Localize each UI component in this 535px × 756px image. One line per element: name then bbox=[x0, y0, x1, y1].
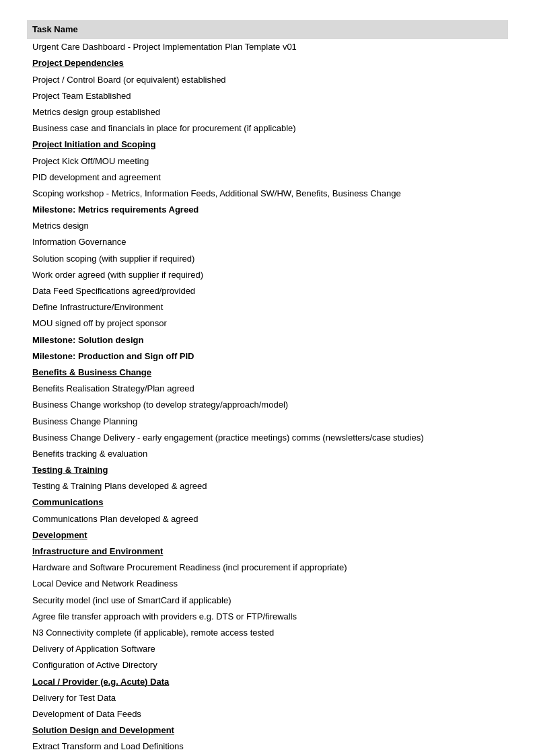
table-row: MOU signed off by project sponsor bbox=[27, 315, 508, 332]
table-row: Testing & Training bbox=[27, 462, 508, 478]
table-row: Local Device and Network Readiness bbox=[27, 576, 508, 592]
task-name-header: Task Name bbox=[27, 20, 508, 39]
task-name-cell: Urgent Care Dashboard - Project Implemen… bbox=[27, 39, 508, 55]
table-row: Communications Plan developed & agreed bbox=[27, 511, 508, 527]
task-name-cell: Communications Plan developed & agreed bbox=[27, 511, 508, 527]
task-name-cell: Project / Control Board (or equivalent) … bbox=[27, 72, 508, 88]
table-row: Metrics design bbox=[27, 218, 508, 234]
table-row: Benefits tracking & evaluation bbox=[27, 446, 508, 462]
table-row: Hardware and Software Procurement Readin… bbox=[27, 560, 508, 576]
table-row: Delivery of Application Software bbox=[27, 641, 508, 657]
task-name-cell: Project Initiation and Scoping bbox=[27, 137, 508, 153]
task-name-cell: PID development and agreement bbox=[27, 169, 508, 186]
table-row: Data Feed Specifications agreed/provided bbox=[27, 283, 508, 299]
task-name-cell: Milestone: Solution design bbox=[27, 332, 508, 348]
table-row: Project / Control Board (or equivalent) … bbox=[27, 72, 508, 88]
task-name-cell: Milestone: Production and Sign off PID bbox=[27, 348, 508, 365]
table-row: Solution Design and Development bbox=[27, 722, 508, 739]
task-name-cell: Local / Provider (e.g. Acute) Data bbox=[27, 674, 508, 690]
table-container: Task Name Urgent Care Dashboard - Projec… bbox=[0, 0, 535, 756]
task-name-cell: Configuration of Active Directory bbox=[27, 657, 508, 673]
task-name-cell: Benefits tracking & evaluation bbox=[27, 446, 508, 462]
task-name-cell: Local Device and Network Readiness bbox=[27, 576, 508, 592]
task-name-cell: Milestone: Metrics requirements Agreed bbox=[27, 202, 508, 218]
task-name-cell: Delivery of Application Software bbox=[27, 641, 508, 657]
table-row: PID development and agreement bbox=[27, 169, 508, 186]
task-name-cell: Agree file transfer approach with provid… bbox=[27, 609, 508, 625]
table-row: Benefits & Business Change bbox=[27, 365, 508, 381]
table-row: Business Change Delivery - early engagem… bbox=[27, 430, 508, 446]
task-name-cell: Development of Data Feeds bbox=[27, 706, 508, 722]
task-name-cell: Testing & Training Plans developed & agr… bbox=[27, 478, 508, 494]
task-name-cell: Business case and financials in place fo… bbox=[27, 120, 508, 137]
task-name-cell: Business Change workshop (to develop str… bbox=[27, 397, 508, 413]
task-name-cell: Information Governance bbox=[27, 234, 508, 250]
task-name-cell: Scoping workshop - Metrics, Information … bbox=[27, 186, 508, 202]
task-table: Task Name Urgent Care Dashboard - Projec… bbox=[27, 20, 508, 756]
table-row: Milestone: Solution design bbox=[27, 332, 508, 348]
table-row: Delivery for Test Data bbox=[27, 690, 508, 706]
table-row: Milestone: Metrics requirements Agreed bbox=[27, 202, 508, 218]
task-name-cell: Data Feed Specifications agreed/provided bbox=[27, 283, 508, 299]
task-name-cell: Infrastructure and Environment bbox=[27, 543, 508, 560]
table-row: Milestone: Production and Sign off PID bbox=[27, 348, 508, 365]
table-row: Configuration of Active Directory bbox=[27, 657, 508, 673]
table-row: Development bbox=[27, 527, 508, 543]
table-row: Benefits Realisation Strategy/Plan agree… bbox=[27, 381, 508, 397]
task-name-cell: Extract Transform and Load Definitions bbox=[27, 739, 508, 755]
task-name-cell: Business Change Delivery - early engagem… bbox=[27, 430, 508, 446]
task-name-cell: Hardware and Software Procurement Readin… bbox=[27, 560, 508, 576]
table-row: Solution scoping (with supplier if requi… bbox=[27, 251, 508, 267]
table-row: Infrastructure and Environment bbox=[27, 543, 508, 560]
task-name-cell: Testing & Training bbox=[27, 462, 508, 478]
table-row: Business Change Planning bbox=[27, 414, 508, 430]
task-name-cell: Benefits & Business Change bbox=[27, 365, 508, 381]
table-row: Work order agreed (with supplier if requ… bbox=[27, 267, 508, 283]
task-name-cell: MOU signed off by project sponsor bbox=[27, 315, 508, 332]
task-name-cell: Project Dependencies bbox=[27, 55, 508, 71]
task-name-cell: Solution scoping (with supplier if requi… bbox=[27, 251, 508, 267]
task-name-cell: Project Team Established bbox=[27, 88, 508, 104]
table-row: Extract Transform and Load Definitions bbox=[27, 739, 508, 755]
table-row: Metrics design group established bbox=[27, 104, 508, 120]
table-row: Define Infrastructure/Environment bbox=[27, 299, 508, 315]
task-name-cell: Define Infrastructure/Environment bbox=[27, 299, 508, 315]
task-name-cell: Communications bbox=[27, 494, 508, 511]
task-name-cell: Metrics design group established bbox=[27, 104, 508, 120]
task-name-cell: Delivery for Test Data bbox=[27, 690, 508, 706]
task-name-cell: Solution Design and Development bbox=[27, 722, 508, 739]
table-row: Scoping workshop - Metrics, Information … bbox=[27, 186, 508, 202]
task-name-cell: N3 Connectivity complete (if applicable)… bbox=[27, 625, 508, 641]
table-row: Project Kick Off/MOU meeting bbox=[27, 153, 508, 169]
task-name-cell: Metrics design bbox=[27, 218, 508, 234]
table-row: Agree file transfer approach with provid… bbox=[27, 609, 508, 625]
task-name-cell: Benefits Realisation Strategy/Plan agree… bbox=[27, 381, 508, 397]
table-row: Development of Data Feeds bbox=[27, 706, 508, 722]
task-name-cell: Work order agreed (with supplier if requ… bbox=[27, 267, 508, 283]
table-row: N3 Connectivity complete (if applicable)… bbox=[27, 625, 508, 641]
table-header-row: Task Name bbox=[27, 20, 508, 39]
table-row: Security model (incl use of SmartCard if… bbox=[27, 593, 508, 609]
table-row: Communications bbox=[27, 494, 508, 511]
task-name-cell: Business Change Planning bbox=[27, 414, 508, 430]
table-row: Testing & Training Plans developed & agr… bbox=[27, 478, 508, 494]
task-name-cell: Security model (incl use of SmartCard if… bbox=[27, 593, 508, 609]
table-row: Project Dependencies bbox=[27, 55, 508, 71]
table-row: Local / Provider (e.g. Acute) Data bbox=[27, 674, 508, 690]
table-row: Business case and financials in place fo… bbox=[27, 120, 508, 137]
task-name-cell: Development bbox=[27, 527, 508, 543]
table-row: Project Initiation and Scoping bbox=[27, 137, 508, 153]
table-row: Information Governance bbox=[27, 234, 508, 250]
table-row: Project Team Established bbox=[27, 88, 508, 104]
table-row: Urgent Care Dashboard - Project Implemen… bbox=[27, 39, 508, 55]
table-row: Business Change workshop (to develop str… bbox=[27, 397, 508, 413]
task-name-cell: Project Kick Off/MOU meeting bbox=[27, 153, 508, 169]
